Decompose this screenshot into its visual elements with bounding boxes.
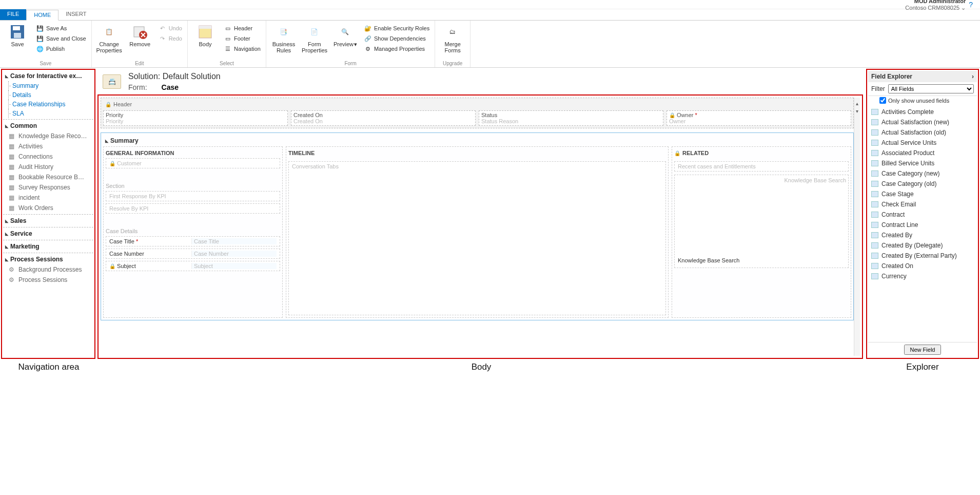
field-item[interactable]: Check Email [868, 199, 977, 210]
tab-summary[interactable]: Summary GENERAL INFORMATION 🔒 Customer S… [101, 132, 854, 320]
svg-rect-2 [14, 33, 21, 38]
header-field[interactable]: PriorityPriority [103, 110, 288, 126]
nav-entity-head[interactable]: Case for Interactive ex… [3, 71, 93, 81]
change-properties-button[interactable]: 📋 Change Properties [95, 23, 124, 60]
navigation-button[interactable]: ☰Navigation [222, 44, 263, 53]
help-icon[interactable]: ? [969, 1, 973, 9]
field-item[interactable]: Contract [868, 210, 977, 220]
nav-service-head[interactable]: Service [3, 229, 93, 239]
header-field[interactable]: Created OnCreated On [291, 110, 476, 126]
nav-item[interactable]: Details [3, 90, 93, 100]
enable-security-button[interactable]: 🔐Enable Security Roles [362, 24, 432, 33]
nav-item[interactable]: ▦Survey Responses [3, 182, 93, 193]
rules-icon: 📑 [276, 24, 292, 40]
summary-col-3[interactable]: 🔒RELATED Recent cases and Entitlements K… [672, 146, 851, 318]
nav-item[interactable]: ▦Bookable Resource B… [3, 172, 93, 182]
nav-item[interactable]: ⚙Background Processes [3, 264, 93, 275]
header-field[interactable]: StatusStatus Reason [479, 110, 663, 126]
field-item[interactable]: Actual Service Units [868, 138, 977, 148]
nav-item[interactable]: Case Relationships [3, 100, 93, 109]
field-item[interactable]: Associated Product [868, 148, 977, 158]
nav-item[interactable]: Summary [3, 81, 93, 90]
merge-forms-button[interactable]: 🗂Merge Forms [438, 23, 467, 60]
process-icon: ⚙ [7, 276, 15, 284]
nav-item[interactable]: ▦incident [3, 193, 93, 203]
field-item[interactable]: Activities Complete [868, 107, 977, 117]
nav-common-head[interactable]: Common [3, 121, 93, 131]
field-item[interactable]: Case Category (old) [868, 179, 977, 189]
field-item[interactable]: Created By [868, 230, 977, 240]
nav-item[interactable]: ▦Knowledge Base Reco… [3, 131, 93, 141]
nav-item[interactable]: ▦Connections [3, 151, 93, 162]
managed-properties-button[interactable]: ⚙Managed Properties [362, 44, 432, 53]
redo-button[interactable]: ↷Redo [156, 34, 184, 43]
field-item[interactable]: Billed Service Units [868, 158, 977, 168]
field-case-title[interactable]: Case Title *Case Title [106, 236, 280, 246]
lock-icon: 🔒 [105, 102, 111, 107]
dependencies-icon: 🔗 [364, 34, 372, 43]
header-field[interactable]: 🔒 Owner *Owner [667, 110, 851, 126]
section-general-info[interactable]: GENERAL INFORMATION [106, 149, 280, 158]
nav-marketing-head[interactable]: Marketing [3, 241, 93, 252]
group-label-edit: Edit [95, 60, 184, 66]
summary-col-2[interactable]: TIMELINE Conversation Tabs [286, 146, 669, 318]
nav-process-head[interactable]: Process Sessions [3, 254, 93, 264]
expand-icon[interactable]: › [972, 73, 974, 80]
nav-sales-head[interactable]: Sales [3, 216, 93, 226]
field-subject[interactable]: 🔒 SubjectSubject [106, 261, 280, 271]
nav-item[interactable]: ▦Audit History [3, 162, 93, 172]
publish-button[interactable]: 🌐Publish [34, 44, 88, 53]
form-properties-button[interactable]: 📄Form Properties [300, 23, 329, 60]
chevron-down-icon[interactable]: ⌄ [961, 5, 966, 11]
header-button[interactable]: ▭Header [222, 24, 263, 33]
new-field-button[interactable]: New Field [904, 345, 942, 355]
summary-col-1[interactable]: GENERAL INFORMATION 🔒 Customer Section F… [103, 146, 283, 318]
only-unused-checkbox[interactable] [879, 97, 886, 104]
form-header-section[interactable]: 🔒Header PriorityPriorityCreated OnCreate… [101, 98, 854, 128]
field-recent-cases[interactable]: Recent cases and Entitlements [674, 161, 849, 172]
field-case-number[interactable]: Case NumberCase Number [106, 249, 280, 259]
field-item[interactable]: Case Category (new) [868, 168, 977, 179]
field-item[interactable]: Created By (Delegate) [868, 240, 977, 251]
preview-button[interactable]: 🔍Preview▾ [331, 23, 360, 60]
ribbon-group-save: Save 💾Save As 💾Save and Close 🌐Publish S… [0, 21, 92, 67]
field-customer[interactable]: 🔒 Customer [106, 158, 280, 168]
footer-button[interactable]: ▭Footer [222, 34, 263, 43]
tab-insert[interactable]: INSERT [58, 9, 93, 20]
tab-summary-title[interactable]: Summary [103, 135, 851, 146]
field-item[interactable]: Created On [868, 261, 977, 271]
nav-item[interactable]: ⚙Process Sessions [3, 275, 93, 285]
field-item[interactable]: Currency [868, 271, 977, 281]
section-case-details[interactable]: Case Details [106, 227, 280, 236]
save-button[interactable]: Save [3, 23, 32, 60]
field-icon [871, 222, 878, 228]
section-related[interactable]: 🔒RELATED [674, 149, 849, 158]
nav-item[interactable]: ▦Work Orders [3, 203, 93, 213]
kb-search-box[interactable]: Knowledge Base Search Knowledge Base Sea… [674, 175, 849, 268]
tab-file[interactable]: FILE [0, 9, 26, 20]
field-item[interactable]: Contract Line [868, 220, 977, 230]
field-item[interactable]: Case Stage [868, 189, 977, 199]
collapse-handle[interactable]: ▴▾ [854, 98, 860, 356]
field-item[interactable]: Actual Satisfaction (new) [868, 117, 977, 127]
remove-button[interactable]: Remove [126, 23, 154, 60]
body-button[interactable]: Body [191, 23, 220, 60]
field-resolve-by[interactable]: Resolve By KPI [106, 203, 280, 214]
business-rules-button[interactable]: 📑Business Rules [269, 23, 298, 60]
tab-home[interactable]: HOME [26, 10, 58, 21]
section-timeline[interactable]: TIMELINE [288, 149, 666, 158]
nav-item[interactable]: SLA [3, 109, 93, 118]
field-item[interactable]: Created By (External Party) [868, 251, 977, 261]
timeline-control[interactable]: Conversation Tabs [288, 161, 666, 315]
field-item[interactable]: Actual Satisfaction (old) [868, 127, 977, 138]
save-close-button[interactable]: 💾Save and Close [34, 34, 88, 43]
save-as-button[interactable]: 💾Save As [34, 24, 88, 33]
show-dependencies-button[interactable]: 🔗Show Dependencies [362, 34, 432, 43]
field-icon [871, 273, 878, 279]
filter-select[interactable]: All Fields [888, 84, 974, 93]
section-unnamed[interactable]: Section [106, 182, 280, 191]
field-first-response[interactable]: First Response By KPI [106, 191, 280, 201]
undo-button[interactable]: ↶Undo [156, 24, 184, 33]
nav-item[interactable]: ▦Activities [3, 141, 93, 151]
svg-rect-1 [13, 26, 20, 30]
